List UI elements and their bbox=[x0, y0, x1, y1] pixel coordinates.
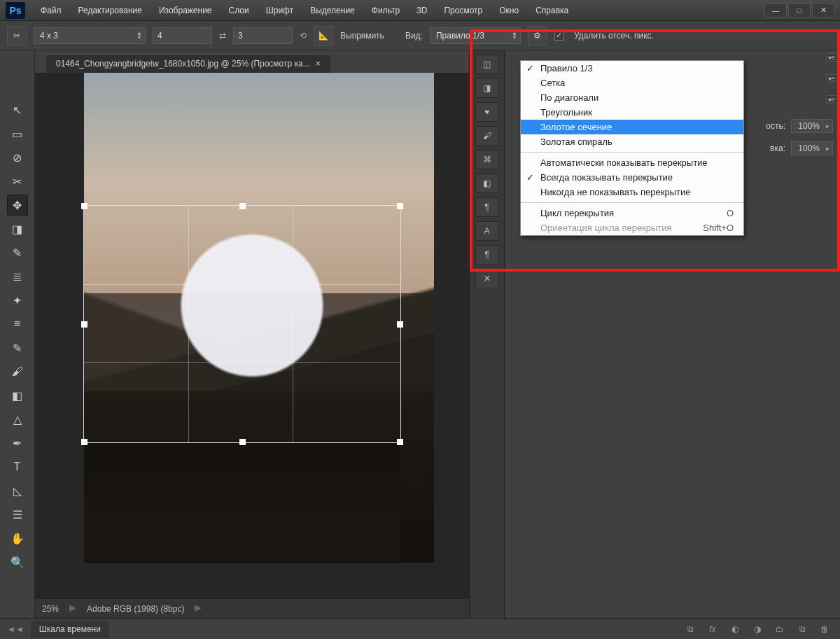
overlay-view-select[interactable]: Правило 1/3 ▲▼ bbox=[430, 27, 521, 44]
dd-diagonal[interactable]: По диагонали bbox=[521, 90, 743, 105]
menu-help[interactable]: Справка bbox=[528, 3, 575, 18]
menu-type[interactable]: Шрифт bbox=[259, 3, 300, 18]
window-close-button[interactable]: ✕ bbox=[812, 3, 834, 17]
crop-handle-e[interactable] bbox=[397, 321, 403, 328]
crop-handle-sw[interactable] bbox=[81, 439, 88, 445]
crop-width-field[interactable]: 4 bbox=[153, 27, 212, 44]
new-layer-icon[interactable]: ⧉ bbox=[794, 624, 811, 634]
layer-mask-icon[interactable]: ◐ bbox=[727, 624, 743, 634]
crop-handle-s[interactable] bbox=[239, 439, 246, 445]
type-tool[interactable]: T bbox=[7, 456, 28, 477]
crop-handle-w[interactable] bbox=[81, 321, 88, 328]
shape-tool[interactable]: ☰ bbox=[7, 504, 28, 525]
dodge-tool[interactable]: △ bbox=[7, 409, 28, 430]
history-brush-tool[interactable]: ≡ bbox=[7, 314, 28, 335]
crop-options-gear-icon[interactable]: ⚙ bbox=[528, 26, 547, 45]
timeline-tab[interactable]: Шкала времени bbox=[31, 621, 109, 638]
collapsed-panels-strip: ◫ ◨ ♥ 🖌 ⌘ ◧ ¶ A ¶ ✕ bbox=[469, 50, 504, 618]
fill-value[interactable]: 100% bbox=[791, 141, 833, 155]
crop-handle-se[interactable] bbox=[397, 439, 403, 445]
layer-style-icon[interactable]: fx bbox=[704, 624, 721, 634]
delete-layer-icon[interactable]: 🗑 bbox=[816, 624, 833, 634]
document-tab-title: 01464_Chongyangbridgetw_1680x1050.jpg @ … bbox=[56, 59, 310, 69]
straighten-icon[interactable]: 📐 bbox=[314, 26, 333, 45]
crop-handle-ne[interactable] bbox=[397, 203, 403, 209]
zoom-value[interactable]: 25% bbox=[42, 604, 59, 614]
dd-triangle[interactable]: Треугольник bbox=[521, 105, 743, 120]
dd-golden-ratio[interactable]: Золотое сечение bbox=[521, 120, 743, 134]
panel-menu-icon[interactable]: ▾≡ bbox=[826, 53, 837, 62]
lasso-tool[interactable]: ⊘ bbox=[7, 147, 28, 168]
magic-wand-tool[interactable]: ✂ bbox=[7, 171, 28, 192]
straighten-label[interactable]: Выпрямить bbox=[340, 31, 384, 41]
menu-filter[interactable]: Фильтр bbox=[365, 3, 407, 18]
panel-icon-3[interactable]: ♥ bbox=[475, 102, 499, 122]
menu-select[interactable]: Выделение bbox=[303, 3, 362, 18]
panel-icon-1[interactable]: ◫ bbox=[475, 55, 499, 74]
hand-tool[interactable]: ✋ bbox=[7, 528, 28, 549]
panel-icon-10[interactable]: ✕ bbox=[475, 269, 499, 288]
menu-window[interactable]: Окно bbox=[492, 3, 526, 18]
dd-always-show-overlay[interactable]: Всегда показывать перекрытие bbox=[521, 170, 743, 185]
panel-icon-9[interactable]: ¶ bbox=[475, 245, 499, 265]
panel-icon-6[interactable]: ◧ bbox=[475, 174, 499, 193]
panel-icon-7[interactable]: ¶ bbox=[475, 197, 499, 217]
dd-auto-show-overlay[interactable]: Автоматически показывать перекрытие bbox=[521, 155, 743, 170]
dd-shortcut: O bbox=[727, 208, 734, 218]
menu-file[interactable]: Файл bbox=[34, 3, 69, 18]
move-tool[interactable]: ↖ bbox=[7, 99, 28, 120]
group-icon[interactable]: 🗀 bbox=[771, 624, 788, 634]
panel-icon-5[interactable]: ⌘ bbox=[475, 150, 499, 169]
dd-rule-of-thirds[interactable]: Правило 1/3 bbox=[521, 61, 743, 76]
menu-image[interactable]: Изображение bbox=[152, 3, 219, 18]
gradient-tool[interactable]: 🖌 bbox=[7, 361, 28, 382]
window-minimize-button[interactable]: — bbox=[764, 3, 787, 17]
menu-view[interactable]: Просмотр bbox=[437, 3, 489, 18]
dd-cycle-orientation[interactable]: Ориентация цикла перекрытия Shift+O bbox=[521, 220, 743, 235]
crop-height-field[interactable]: 3 bbox=[233, 27, 293, 44]
aspect-ratio-select[interactable]: 4 x 3 ▲▼ bbox=[34, 27, 146, 44]
zoom-tool[interactable]: 🔍 bbox=[7, 552, 28, 573]
options-bar: ✂ 4 x 3 ▲▼ 4 ⇄ 3 ⟲ 📐 Выпрямить Вид: Прав… bbox=[0, 21, 840, 50]
clone-stamp-tool[interactable]: ✦ bbox=[7, 290, 28, 311]
document-tab[interactable]: 01464_Chongyangbridgetw_1680x1050.jpg @ … bbox=[46, 54, 330, 73]
dd-never-show-overlay[interactable]: Никогда не показывать перекрытие bbox=[521, 185, 743, 199]
crop-selection[interactable] bbox=[84, 206, 400, 442]
menu-edit[interactable]: Редактирование bbox=[71, 3, 149, 18]
crop-tool-icon[interactable]: ✂ bbox=[7, 26, 27, 45]
clear-icon[interactable]: ⟲ bbox=[300, 31, 307, 41]
dd-golden-spiral[interactable]: Золотая спираль bbox=[521, 134, 743, 149]
panel-icon-2[interactable]: ◨ bbox=[475, 78, 499, 98]
crop-handle-nw[interactable] bbox=[81, 203, 88, 209]
menu-3d[interactable]: 3D bbox=[410, 3, 434, 18]
path-select-tool[interactable]: ◺ bbox=[7, 480, 28, 501]
panel-menu-icon[interactable]: ▾≡ bbox=[826, 95, 837, 104]
adjustment-layer-icon[interactable]: ◑ bbox=[749, 624, 766, 634]
swap-dimensions-icon[interactable]: ⇄ bbox=[219, 31, 226, 41]
crop-tool[interactable]: ✥ bbox=[7, 195, 28, 216]
window-maximize-button[interactable]: □ bbox=[788, 3, 811, 17]
panel-menu-icon[interactable]: ▾≡ bbox=[826, 74, 837, 83]
eraser-tool[interactable]: ✎ bbox=[7, 337, 28, 358]
blur-tool[interactable]: ◧ bbox=[7, 385, 28, 406]
canvas-viewport[interactable] bbox=[35, 73, 469, 598]
dd-grid[interactable]: Сетка bbox=[521, 76, 743, 90]
image-reflection bbox=[84, 442, 400, 561]
brush-tool[interactable]: ≣ bbox=[7, 266, 28, 287]
menu-layers[interactable]: Слои bbox=[222, 3, 256, 18]
overlay-view-value: Правило 1/3 bbox=[436, 31, 484, 41]
pen-tool[interactable]: ✒ bbox=[7, 433, 28, 454]
marquee-tool[interactable]: ▭ bbox=[7, 123, 28, 144]
panel-icon-4[interactable]: 🖌 bbox=[475, 126, 499, 146]
dd-separator bbox=[521, 202, 743, 203]
delete-cropped-checkbox[interactable] bbox=[554, 31, 564, 41]
dd-cycle-overlay[interactable]: Цикл перекрытия O bbox=[521, 206, 743, 220]
opacity-value[interactable]: 100% bbox=[791, 119, 833, 133]
dropdown-arrows-icon: ▲▼ bbox=[512, 31, 517, 40]
healing-brush-tool[interactable]: ✎ bbox=[7, 242, 28, 263]
eyedropper-tool[interactable]: ◨ bbox=[7, 218, 28, 239]
panel-icon-8[interactable]: A bbox=[475, 221, 499, 241]
link-layers-icon[interactable]: ⧉ bbox=[682, 624, 699, 634]
tab-close-icon[interactable]: × bbox=[316, 59, 321, 69]
crop-handle-n[interactable] bbox=[239, 203, 246, 209]
